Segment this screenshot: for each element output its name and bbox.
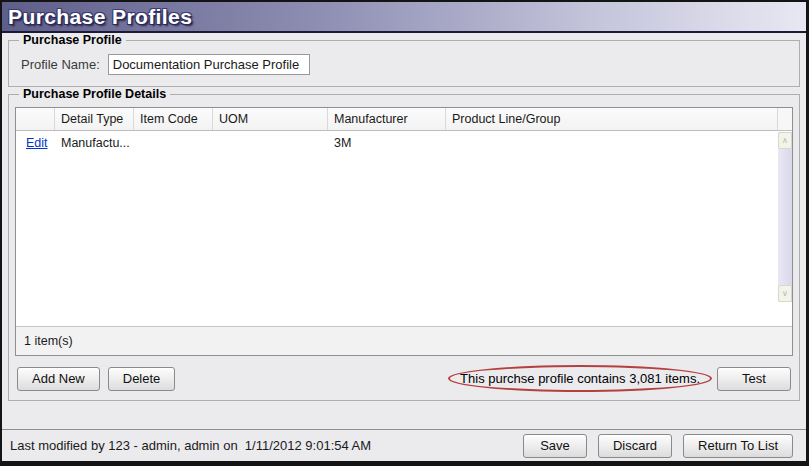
column-header-product-line-group[interactable]: Product Line/Group bbox=[446, 108, 778, 130]
delete-button[interactable]: Delete bbox=[108, 367, 176, 391]
grid-footer: 1 item(s) bbox=[16, 326, 792, 355]
column-header-row-actions bbox=[16, 108, 55, 130]
table-row: Edit Manufactu... 3M bbox=[16, 131, 792, 154]
vertical-scrollbar[interactable]: ∧ ∨ bbox=[778, 132, 792, 302]
scroll-down-icon[interactable]: ∨ bbox=[778, 285, 792, 302]
details-grid: Detail Type ▼ Item Code UOM Manufacturer… bbox=[15, 107, 793, 356]
grid-body: Edit Manufactu... 3M ∧ ∨ bbox=[16, 131, 792, 326]
purchase-profile-details-legend: Purchase Profile Details bbox=[19, 87, 170, 101]
item-count-annotation: This purchse profile contains 3,081 item… bbox=[448, 365, 712, 392]
cell-detail-type: Manufactu... bbox=[55, 136, 134, 150]
grid-header-scrollbar-spacer bbox=[778, 108, 792, 130]
profile-name-label: Profile Name: bbox=[21, 57, 100, 72]
row-action-cell: Edit bbox=[16, 136, 55, 150]
scroll-up-icon[interactable]: ∧ bbox=[778, 132, 792, 149]
profile-name-row: Profile Name: bbox=[15, 49, 793, 78]
column-header-uom[interactable]: UOM bbox=[213, 108, 328, 130]
grid-actions-row: Add New Delete This purchse profile cont… bbox=[15, 365, 793, 392]
column-header-detail-type-label: Detail Type bbox=[61, 112, 123, 126]
edit-link[interactable]: Edit bbox=[26, 136, 48, 150]
column-header-item-code-label: Item Code bbox=[140, 112, 198, 126]
add-new-button[interactable]: Add New bbox=[17, 367, 100, 391]
column-header-uom-label: UOM bbox=[219, 112, 248, 126]
test-button[interactable]: Test bbox=[717, 367, 791, 391]
return-to-list-button[interactable]: Return To List bbox=[683, 434, 793, 458]
purchase-profile-section: Purchase Profile Profile Name: bbox=[8, 33, 800, 87]
purchase-profiles-window: Purchase Profiles Purchase Profile Profi… bbox=[0, 0, 809, 466]
item-count-label: 1 item(s) bbox=[24, 334, 73, 348]
profile-name-input[interactable] bbox=[108, 54, 310, 75]
grid-header-row: Detail Type ▼ Item Code UOM Manufacturer… bbox=[16, 108, 792, 131]
status-bar: Last modified by 123 - admin, admin on 1… bbox=[2, 429, 806, 461]
save-button[interactable]: Save bbox=[523, 434, 587, 458]
column-header-detail-type[interactable]: Detail Type ▼ bbox=[55, 108, 134, 130]
discard-button[interactable]: Discard bbox=[598, 434, 672, 458]
column-header-manufacturer-label: Manufacturer bbox=[334, 112, 408, 126]
purchase-profile-legend: Purchase Profile bbox=[19, 33, 126, 47]
page-header: Purchase Profiles bbox=[2, 2, 806, 33]
last-modified-text: Last modified by 123 - admin, admin on 1… bbox=[10, 438, 512, 453]
purchase-profile-details-section: Purchase Profile Details Detail Type ▼ I… bbox=[8, 87, 800, 401]
cell-manufacturer: 3M bbox=[328, 136, 446, 150]
column-header-product-line-group-label: Product Line/Group bbox=[452, 112, 560, 126]
column-header-item-code[interactable]: Item Code bbox=[134, 108, 213, 130]
page-title: Purchase Profiles bbox=[8, 5, 192, 29]
column-header-manufacturer[interactable]: Manufacturer bbox=[328, 108, 446, 130]
